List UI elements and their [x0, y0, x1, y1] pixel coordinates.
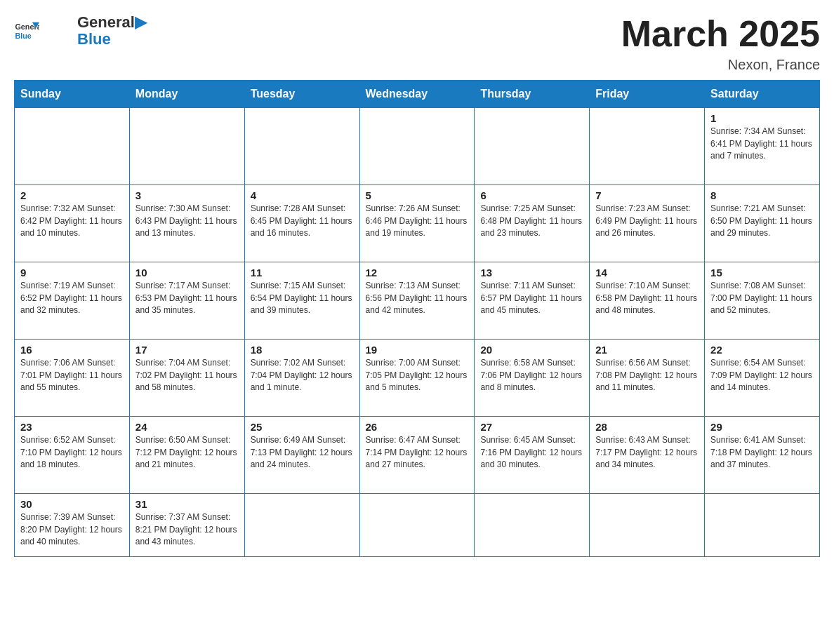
calendar-header-row: Sunday Monday Tuesday Wednesday Thursday… [15, 81, 820, 108]
day-info: Sunrise: 7:28 AM Sunset: 6:45 PM Dayligh… [251, 203, 354, 239]
day-info: Sunrise: 6:52 AM Sunset: 7:10 PM Dayligh… [20, 434, 124, 471]
calendar-cell: 5Sunrise: 7:26 AM Sunset: 6:46 PM Daylig… [359, 185, 475, 262]
day-info: Sunrise: 7:37 AM Sunset: 8:21 PM Dayligh… [135, 511, 239, 548]
logo: General Blue General▶ Blue [14, 14, 147, 48]
calendar-cell [475, 108, 590, 185]
day-info: Sunrise: 7:10 AM Sunset: 6:58 PM Dayligh… [595, 280, 699, 316]
day-number: 22 [710, 344, 814, 356]
day-info: Sunrise: 7:39 AM Sunset: 8:20 PM Dayligh… [20, 511, 124, 548]
day-info: Sunrise: 7:13 AM Sunset: 6:56 PM Dayligh… [366, 280, 469, 316]
calendar-cell [705, 494, 820, 557]
day-info: Sunrise: 6:50 AM Sunset: 7:12 PM Dayligh… [135, 434, 239, 471]
day-number: 14 [595, 267, 699, 279]
calendar-cell: 30Sunrise: 7:39 AM Sunset: 8:20 PM Dayli… [15, 494, 130, 557]
calendar-cell [475, 494, 590, 557]
calendar-cell: 16Sunrise: 7:06 AM Sunset: 7:01 PM Dayli… [15, 340, 130, 417]
calendar-cell: 28Sunrise: 6:43 AM Sunset: 7:17 PM Dayli… [590, 417, 705, 494]
day-number: 24 [135, 421, 239, 433]
day-info: Sunrise: 6:56 AM Sunset: 7:08 PM Dayligh… [595, 357, 699, 394]
col-thursday: Thursday [475, 81, 590, 108]
calendar-cell: 17Sunrise: 7:04 AM Sunset: 7:02 PM Dayli… [129, 340, 244, 417]
calendar-title-block: March 2025 Nexon, France [621, 14, 820, 73]
col-sunday: Sunday [15, 81, 130, 108]
day-number: 20 [480, 344, 583, 356]
day-number: 15 [710, 267, 814, 279]
day-info: Sunrise: 6:41 AM Sunset: 7:18 PM Dayligh… [710, 434, 814, 471]
calendar-week-row: 16Sunrise: 7:06 AM Sunset: 7:01 PM Dayli… [15, 340, 820, 417]
day-info: Sunrise: 7:26 AM Sunset: 6:46 PM Dayligh… [366, 203, 469, 239]
day-info: Sunrise: 6:54 AM Sunset: 7:09 PM Dayligh… [710, 357, 814, 394]
day-number: 30 [20, 498, 124, 510]
calendar-cell: 14Sunrise: 7:10 AM Sunset: 6:58 PM Dayli… [590, 262, 705, 340]
calendar-cell: 27Sunrise: 6:45 AM Sunset: 7:16 PM Dayli… [475, 417, 590, 494]
calendar-cell: 19Sunrise: 7:00 AM Sunset: 7:05 PM Dayli… [359, 340, 475, 417]
day-number: 17 [135, 344, 239, 356]
day-number: 2 [20, 189, 124, 201]
calendar-cell: 15Sunrise: 7:08 AM Sunset: 7:00 PM Dayli… [705, 262, 820, 340]
day-info: Sunrise: 7:17 AM Sunset: 6:53 PM Dayligh… [135, 280, 239, 316]
day-number: 3 [135, 189, 239, 201]
day-info: Sunrise: 7:21 AM Sunset: 6:50 PM Dayligh… [710, 203, 814, 239]
calendar-cell: 1Sunrise: 7:34 AM Sunset: 6:41 PM Daylig… [705, 108, 820, 185]
day-info: Sunrise: 7:08 AM Sunset: 7:00 PM Dayligh… [710, 280, 814, 316]
calendar-cell [129, 108, 244, 185]
day-info: Sunrise: 6:58 AM Sunset: 7:06 PM Dayligh… [480, 357, 583, 394]
day-info: Sunrise: 7:00 AM Sunset: 7:05 PM Dayligh… [366, 357, 469, 394]
day-info: Sunrise: 7:06 AM Sunset: 7:01 PM Dayligh… [20, 357, 124, 394]
day-info: Sunrise: 7:34 AM Sunset: 6:41 PM Dayligh… [710, 126, 814, 162]
calendar-subtitle: Nexon, France [621, 57, 820, 73]
calendar-cell: 3Sunrise: 7:30 AM Sunset: 6:43 PM Daylig… [129, 185, 244, 262]
calendar-title: March 2025 [621, 14, 820, 54]
calendar-week-row: 30Sunrise: 7:39 AM Sunset: 8:20 PM Dayli… [15, 494, 820, 557]
logo-icon: General Blue [14, 18, 39, 43]
calendar-cell: 22Sunrise: 6:54 AM Sunset: 7:09 PM Dayli… [705, 340, 820, 417]
day-info: Sunrise: 7:23 AM Sunset: 6:49 PM Dayligh… [595, 203, 699, 239]
calendar-cell [244, 108, 359, 185]
day-number: 29 [710, 421, 814, 433]
calendar-cell: 12Sunrise: 7:13 AM Sunset: 6:56 PM Dayli… [359, 262, 475, 340]
day-info: Sunrise: 7:30 AM Sunset: 6:43 PM Dayligh… [135, 203, 239, 239]
day-number: 6 [480, 189, 583, 201]
day-info: Sunrise: 7:32 AM Sunset: 6:42 PM Dayligh… [20, 203, 124, 239]
day-number: 12 [366, 267, 469, 279]
day-number: 7 [595, 189, 699, 201]
day-info: Sunrise: 7:02 AM Sunset: 7:04 PM Dayligh… [251, 357, 354, 394]
day-info: Sunrise: 6:45 AM Sunset: 7:16 PM Dayligh… [480, 434, 583, 471]
day-number: 21 [595, 344, 699, 356]
calendar-cell [359, 494, 475, 557]
day-info: Sunrise: 7:11 AM Sunset: 6:57 PM Dayligh… [480, 280, 583, 316]
col-friday: Friday [590, 81, 705, 108]
calendar-week-row: 2Sunrise: 7:32 AM Sunset: 6:42 PM Daylig… [15, 185, 820, 262]
col-saturday: Saturday [705, 81, 820, 108]
day-number: 19 [366, 344, 469, 356]
day-number: 27 [480, 421, 583, 433]
day-info: Sunrise: 6:47 AM Sunset: 7:14 PM Dayligh… [366, 434, 469, 471]
calendar-cell: 2Sunrise: 7:32 AM Sunset: 6:42 PM Daylig… [15, 185, 130, 262]
calendar-table: Sunday Monday Tuesday Wednesday Thursday… [14, 80, 820, 557]
calendar-cell [15, 108, 130, 185]
logo-text: General▶ [77, 14, 147, 31]
calendar-week-row: 23Sunrise: 6:52 AM Sunset: 7:10 PM Dayli… [15, 417, 820, 494]
calendar-cell: 18Sunrise: 7:02 AM Sunset: 7:04 PM Dayli… [244, 340, 359, 417]
day-info: Sunrise: 7:25 AM Sunset: 6:48 PM Dayligh… [480, 203, 583, 239]
day-number: 28 [595, 421, 699, 433]
day-number: 13 [480, 267, 583, 279]
day-number: 18 [251, 344, 354, 356]
calendar-cell [590, 108, 705, 185]
calendar-cell: 21Sunrise: 6:56 AM Sunset: 7:08 PM Dayli… [590, 340, 705, 417]
col-tuesday: Tuesday [244, 81, 359, 108]
page-header: General Blue General▶ Blue March 2025 Ne… [14, 14, 820, 73]
day-number: 16 [20, 344, 124, 356]
day-number: 23 [20, 421, 124, 433]
calendar-cell [359, 108, 475, 185]
calendar-cell: 10Sunrise: 7:17 AM Sunset: 6:53 PM Dayli… [129, 262, 244, 340]
day-number: 11 [251, 267, 354, 279]
calendar-cell: 23Sunrise: 6:52 AM Sunset: 7:10 PM Dayli… [15, 417, 130, 494]
day-info: Sunrise: 7:15 AM Sunset: 6:54 PM Dayligh… [251, 280, 354, 316]
day-number: 31 [135, 498, 239, 510]
calendar-cell: 13Sunrise: 7:11 AM Sunset: 6:57 PM Dayli… [475, 262, 590, 340]
svg-text:Blue: Blue [15, 32, 31, 40]
day-number: 5 [366, 189, 469, 201]
calendar-cell: 24Sunrise: 6:50 AM Sunset: 7:12 PM Dayli… [129, 417, 244, 494]
calendar-week-row: 1Sunrise: 7:34 AM Sunset: 6:41 PM Daylig… [15, 108, 820, 185]
